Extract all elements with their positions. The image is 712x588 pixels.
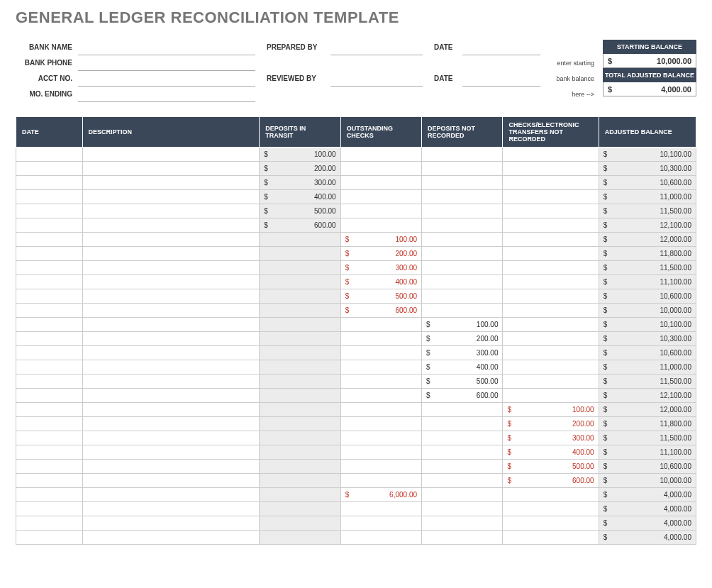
table-cell[interactable] xyxy=(422,445,503,460)
table-cell[interactable]: $600.00 xyxy=(260,218,340,233)
table-cell[interactable]: $12,100.00 xyxy=(599,389,696,403)
table-cell[interactable] xyxy=(16,445,83,460)
table-cell[interactable] xyxy=(16,275,83,289)
table-cell[interactable]: $10,100.00 xyxy=(599,318,696,332)
table-cell[interactable] xyxy=(422,247,503,261)
table-cell[interactable] xyxy=(82,148,260,162)
table-cell[interactable] xyxy=(16,261,83,275)
table-cell[interactable] xyxy=(16,389,83,403)
table-cell[interactable] xyxy=(340,218,421,233)
table-cell[interactable]: $400.00 xyxy=(340,275,421,289)
table-cell[interactable] xyxy=(260,275,340,289)
table-cell[interactable] xyxy=(82,261,260,275)
table-cell[interactable]: $11,100.00 xyxy=(599,445,696,460)
table-cell[interactable]: $12,000.00 xyxy=(599,403,696,417)
table-cell[interactable]: $10,100.00 xyxy=(599,148,696,162)
table-cell[interactable] xyxy=(260,375,340,389)
table-cell[interactable] xyxy=(503,275,599,289)
table-cell[interactable] xyxy=(16,162,83,176)
table-cell[interactable] xyxy=(16,502,83,516)
table-cell[interactable] xyxy=(82,445,260,460)
table-cell[interactable] xyxy=(82,190,260,204)
table-cell[interactable]: $4,000.00 xyxy=(599,502,696,516)
table-cell[interactable] xyxy=(340,204,421,218)
table-cell[interactable] xyxy=(503,289,599,304)
table-cell[interactable]: $11,000.00 xyxy=(599,360,696,375)
table-cell[interactable] xyxy=(422,417,503,431)
table-cell[interactable] xyxy=(82,360,260,375)
table-cell[interactable] xyxy=(260,417,340,431)
table-cell[interactable]: $600.00 xyxy=(503,474,599,488)
input-bank-phone[interactable] xyxy=(78,55,255,71)
table-cell[interactable] xyxy=(340,375,421,389)
table-cell[interactable] xyxy=(260,247,340,261)
table-cell[interactable] xyxy=(82,204,260,218)
table-cell[interactable] xyxy=(260,445,340,460)
table-cell[interactable]: $4,000.00 xyxy=(599,531,696,545)
table-cell[interactable] xyxy=(503,148,599,162)
table-cell[interactable] xyxy=(340,403,421,417)
table-cell[interactable]: $11,000.00 xyxy=(599,190,696,204)
table-cell[interactable] xyxy=(260,261,340,275)
table-cell[interactable] xyxy=(503,176,599,190)
table-cell[interactable] xyxy=(16,148,83,162)
table-cell[interactable] xyxy=(422,516,503,531)
table-cell[interactable]: $400.00 xyxy=(422,360,503,375)
table-cell[interactable] xyxy=(422,233,503,247)
table-cell[interactable] xyxy=(260,318,340,332)
table-cell[interactable] xyxy=(340,417,421,431)
table-cell[interactable] xyxy=(260,233,340,247)
table-cell[interactable] xyxy=(16,318,83,332)
table-cell[interactable] xyxy=(82,417,260,431)
table-cell[interactable]: $6,000.00 xyxy=(340,488,421,502)
table-cell[interactable] xyxy=(422,176,503,190)
table-cell[interactable] xyxy=(82,233,260,247)
table-cell[interactable] xyxy=(82,218,260,233)
table-cell[interactable] xyxy=(16,218,83,233)
table-cell[interactable] xyxy=(340,346,421,360)
table-cell[interactable] xyxy=(340,502,421,516)
table-cell[interactable] xyxy=(340,332,421,346)
table-cell[interactable] xyxy=(16,403,83,417)
table-cell[interactable]: $400.00 xyxy=(503,445,599,460)
table-cell[interactable] xyxy=(422,162,503,176)
table-cell[interactable]: $12,100.00 xyxy=(599,218,696,233)
table-cell[interactable] xyxy=(260,474,340,488)
table-cell[interactable]: $300.00 xyxy=(260,176,340,190)
starting-balance-value[interactable]: $ 10,000.00 xyxy=(603,54,696,68)
table-cell[interactable] xyxy=(260,516,340,531)
table-cell[interactable]: $10,600.00 xyxy=(599,460,696,474)
table-cell[interactable]: $300.00 xyxy=(422,346,503,360)
table-cell[interactable] xyxy=(82,275,260,289)
table-cell[interactable] xyxy=(260,531,340,545)
table-cell[interactable] xyxy=(422,431,503,445)
table-cell[interactable]: $100.00 xyxy=(260,148,340,162)
table-cell[interactable] xyxy=(422,460,503,474)
table-cell[interactable] xyxy=(340,176,421,190)
table-cell[interactable] xyxy=(260,403,340,417)
table-cell[interactable] xyxy=(82,304,260,318)
table-cell[interactable]: $10,600.00 xyxy=(599,346,696,360)
table-cell[interactable] xyxy=(340,318,421,332)
table-cell[interactable] xyxy=(340,389,421,403)
table-cell[interactable] xyxy=(260,360,340,375)
table-cell[interactable] xyxy=(340,531,421,545)
table-cell[interactable] xyxy=(340,460,421,474)
table-cell[interactable] xyxy=(422,275,503,289)
table-cell[interactable]: $200.00 xyxy=(340,247,421,261)
table-cell[interactable] xyxy=(503,190,599,204)
table-cell[interactable] xyxy=(260,332,340,346)
table-cell[interactable] xyxy=(16,247,83,261)
table-cell[interactable]: $500.00 xyxy=(340,289,421,304)
table-cell[interactable] xyxy=(82,460,260,474)
table-cell[interactable] xyxy=(503,162,599,176)
table-cell[interactable] xyxy=(422,218,503,233)
table-cell[interactable]: $4,000.00 xyxy=(599,516,696,531)
table-cell[interactable] xyxy=(503,375,599,389)
input-prepared-by[interactable] xyxy=(330,40,423,55)
table-cell[interactable] xyxy=(82,375,260,389)
table-cell[interactable] xyxy=(82,531,260,545)
table-cell[interactable] xyxy=(16,460,83,474)
table-cell[interactable]: $10,000.00 xyxy=(599,304,696,318)
table-cell[interactable] xyxy=(82,289,260,304)
